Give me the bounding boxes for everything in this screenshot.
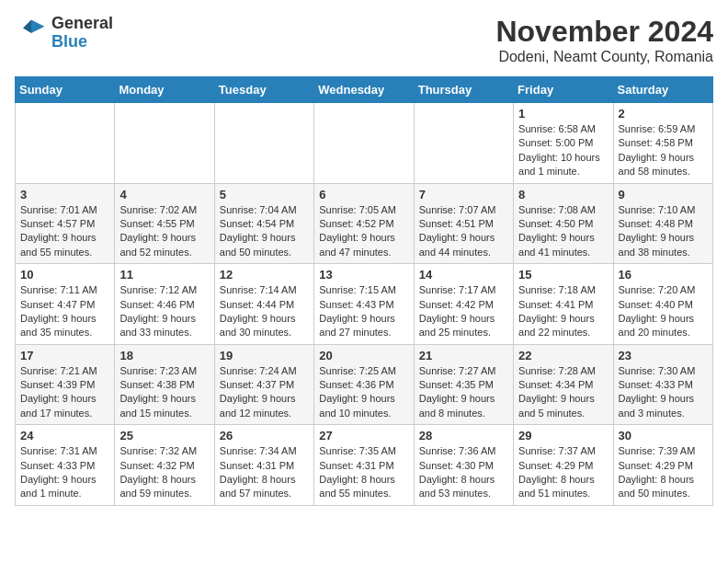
logo-text: General Blue	[51, 15, 113, 52]
day-number: 28	[419, 429, 508, 442]
day-info: Sunrise: 7:05 AM Sunset: 4:52 PM Dayligh…	[319, 203, 408, 260]
day-info: Sunrise: 7:14 AM Sunset: 4:44 PM Dayligh…	[220, 283, 309, 340]
day-cell: 18Sunrise: 7:23 AM Sunset: 4:38 PM Dayli…	[115, 344, 214, 425]
day-number: 14	[419, 268, 508, 282]
day-cell: 19Sunrise: 7:24 AM Sunset: 4:37 PM Dayli…	[214, 344, 313, 425]
day-info: Sunrise: 7:39 AM Sunset: 4:29 PM Dayligh…	[619, 444, 708, 501]
day-info: Sunrise: 7:35 AM Sunset: 4:31 PM Dayligh…	[319, 444, 408, 501]
day-cell: 15Sunrise: 7:18 AM Sunset: 4:41 PM Dayli…	[514, 264, 613, 345]
day-number: 19	[220, 349, 309, 362]
header-area: General Blue November 2024 Dodeni, Neamt…	[15, 15, 713, 65]
day-cell: 4Sunrise: 7:02 AM Sunset: 4:55 PM Daylig…	[115, 183, 214, 264]
day-cell	[16, 103, 115, 184]
day-cell: 11Sunrise: 7:12 AM Sunset: 4:46 PM Dayli…	[115, 264, 214, 345]
day-number: 16	[619, 268, 708, 282]
day-cell: 7Sunrise: 7:07 AM Sunset: 4:51 PM Daylig…	[414, 183, 513, 264]
day-cell: 29Sunrise: 7:37 AM Sunset: 4:29 PM Dayli…	[514, 425, 613, 506]
day-number: 2	[619, 107, 708, 121]
day-number: 9	[619, 188, 708, 201]
day-info: Sunrise: 7:10 AM Sunset: 4:48 PM Dayligh…	[619, 203, 708, 260]
day-info: Sunrise: 6:59 AM Sunset: 4:58 PM Dayligh…	[619, 122, 708, 179]
day-info: Sunrise: 7:12 AM Sunset: 4:46 PM Dayligh…	[119, 283, 209, 340]
day-number: 21	[419, 349, 508, 362]
day-info: Sunrise: 7:15 AM Sunset: 4:43 PM Dayligh…	[319, 283, 408, 340]
day-info: Sunrise: 7:24 AM Sunset: 4:37 PM Dayligh…	[220, 364, 309, 421]
day-cell: 6Sunrise: 7:05 AM Sunset: 4:52 PM Daylig…	[314, 183, 414, 264]
week-row-3: 17Sunrise: 7:21 AM Sunset: 4:39 PM Dayli…	[16, 344, 713, 425]
day-cell: 2Sunrise: 6:59 AM Sunset: 4:58 PM Daylig…	[613, 103, 712, 184]
day-info: Sunrise: 7:02 AM Sunset: 4:55 PM Dayligh…	[119, 203, 209, 260]
day-info: Sunrise: 7:36 AM Sunset: 4:30 PM Dayligh…	[419, 444, 508, 501]
day-number: 10	[20, 268, 109, 282]
day-number: 25	[119, 429, 209, 442]
day-number: 24	[20, 429, 109, 442]
logo: General Blue	[15, 15, 113, 52]
day-cell: 26Sunrise: 7:34 AM Sunset: 4:31 PM Dayli…	[214, 425, 313, 506]
day-cell: 16Sunrise: 7:20 AM Sunset: 4:40 PM Dayli…	[613, 264, 712, 345]
day-cell: 28Sunrise: 7:36 AM Sunset: 4:30 PM Dayli…	[414, 425, 513, 506]
week-row-2: 10Sunrise: 7:11 AM Sunset: 4:47 PM Dayli…	[16, 264, 713, 345]
day-cell: 20Sunrise: 7:25 AM Sunset: 4:36 PM Dayli…	[314, 344, 414, 425]
weekday-header-friday: Friday	[514, 77, 613, 103]
day-info: Sunrise: 7:21 AM Sunset: 4:39 PM Dayligh…	[20, 364, 109, 421]
day-info: Sunrise: 7:18 AM Sunset: 4:41 PM Dayligh…	[518, 283, 608, 340]
day-number: 5	[220, 188, 309, 201]
logo-line1: General	[51, 15, 113, 33]
day-cell: 3Sunrise: 7:01 AM Sunset: 4:57 PM Daylig…	[16, 183, 115, 264]
day-number: 13	[319, 268, 408, 282]
day-cell: 9Sunrise: 7:10 AM Sunset: 4:48 PM Daylig…	[613, 183, 712, 264]
day-cell: 23Sunrise: 7:30 AM Sunset: 4:33 PM Dayli…	[613, 344, 712, 425]
day-info: Sunrise: 7:04 AM Sunset: 4:54 PM Dayligh…	[220, 203, 309, 260]
day-info: Sunrise: 7:23 AM Sunset: 4:38 PM Dayligh…	[119, 364, 209, 421]
day-number: 30	[619, 429, 708, 442]
day-info: Sunrise: 6:58 AM Sunset: 5:00 PM Dayligh…	[518, 122, 608, 179]
svg-marker-1	[23, 19, 31, 32]
svg-marker-0	[31, 19, 44, 32]
day-cell: 24Sunrise: 7:31 AM Sunset: 4:33 PM Dayli…	[16, 425, 115, 506]
day-cell: 17Sunrise: 7:21 AM Sunset: 4:39 PM Dayli…	[16, 344, 115, 425]
day-number: 26	[220, 429, 309, 442]
day-info: Sunrise: 7:25 AM Sunset: 4:36 PM Dayligh…	[319, 364, 408, 421]
day-number: 12	[220, 268, 309, 282]
logo-icon	[15, 17, 48, 50]
day-cell: 8Sunrise: 7:08 AM Sunset: 4:50 PM Daylig…	[514, 183, 613, 264]
day-info: Sunrise: 7:01 AM Sunset: 4:57 PM Dayligh…	[20, 203, 109, 260]
day-number: 8	[518, 188, 608, 201]
weekday-header-wednesday: Wednesday	[314, 77, 414, 103]
day-number: 17	[20, 349, 109, 362]
weekday-header-thursday: Thursday	[414, 77, 513, 103]
day-number: 3	[20, 188, 109, 201]
week-row-0: 1Sunrise: 6:58 AM Sunset: 5:00 PM Daylig…	[16, 103, 713, 184]
day-cell	[214, 103, 313, 184]
day-number: 1	[518, 107, 608, 121]
weekday-header-monday: Monday	[115, 77, 214, 103]
day-info: Sunrise: 7:27 AM Sunset: 4:35 PM Dayligh…	[419, 364, 508, 421]
day-number: 15	[518, 268, 608, 282]
day-cell: 27Sunrise: 7:35 AM Sunset: 4:31 PM Dayli…	[314, 425, 414, 506]
day-number: 29	[518, 429, 608, 442]
day-info: Sunrise: 7:34 AM Sunset: 4:31 PM Dayligh…	[220, 444, 309, 501]
calendar-table: SundayMondayTuesdayWednesdayThursdayFrid…	[15, 76, 713, 506]
day-info: Sunrise: 7:31 AM Sunset: 4:33 PM Dayligh…	[20, 444, 109, 501]
month-title: November 2024	[495, 15, 713, 49]
day-info: Sunrise: 7:32 AM Sunset: 4:32 PM Dayligh…	[119, 444, 209, 501]
day-number: 27	[319, 429, 408, 442]
day-number: 23	[619, 349, 708, 362]
weekday-header-tuesday: Tuesday	[214, 77, 313, 103]
day-info: Sunrise: 7:08 AM Sunset: 4:50 PM Dayligh…	[518, 203, 608, 260]
day-cell: 12Sunrise: 7:14 AM Sunset: 4:44 PM Dayli…	[214, 264, 313, 345]
day-info: Sunrise: 7:11 AM Sunset: 4:47 PM Dayligh…	[20, 283, 109, 340]
week-row-4: 24Sunrise: 7:31 AM Sunset: 4:33 PM Dayli…	[16, 425, 713, 506]
weekday-header-sunday: Sunday	[16, 77, 115, 103]
logo-line2: Blue	[51, 33, 113, 52]
day-info: Sunrise: 7:17 AM Sunset: 4:42 PM Dayligh…	[419, 283, 508, 340]
day-number: 11	[119, 268, 209, 282]
day-cell: 22Sunrise: 7:28 AM Sunset: 4:34 PM Dayli…	[514, 344, 613, 425]
day-number: 7	[419, 188, 508, 201]
day-number: 6	[319, 188, 408, 201]
title-area: November 2024 Dodeni, Neamt County, Roma…	[495, 15, 713, 65]
day-info: Sunrise: 7:30 AM Sunset: 4:33 PM Dayligh…	[619, 364, 708, 421]
day-number: 20	[319, 349, 408, 362]
day-info: Sunrise: 7:37 AM Sunset: 4:29 PM Dayligh…	[518, 444, 608, 501]
weekday-header-row: SundayMondayTuesdayWednesdayThursdayFrid…	[16, 77, 713, 103]
